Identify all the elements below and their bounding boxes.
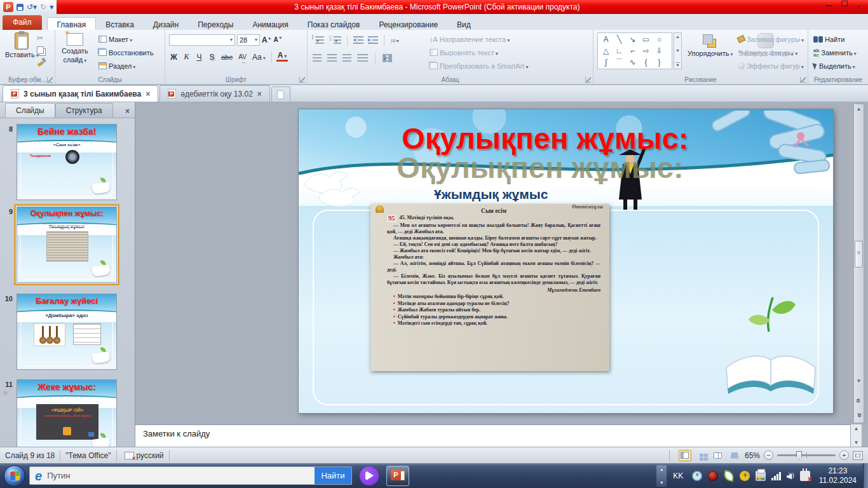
slide-thumbnail-9-selected[interactable]: Оқулықпен жұмыс: Ұжымдық жұмыс xyxy=(17,207,117,283)
start-button[interactable] xyxy=(4,465,25,487)
show-desktop-button[interactable] xyxy=(863,463,868,488)
file-tab[interactable]: Файл xyxy=(3,15,42,30)
shape-outline-button[interactable]: ✎Контур фигуры xyxy=(738,46,804,59)
find-button[interactable]: Найти xyxy=(813,32,857,46)
reset-button[interactable]: Восстановить xyxy=(98,46,153,59)
format-painter-icon[interactable] xyxy=(37,58,45,66)
close-tab-icon[interactable]: × xyxy=(146,90,150,98)
network-signal-icon[interactable] xyxy=(771,471,781,480)
bullets-button[interactable] xyxy=(315,36,324,44)
close-pane-icon[interactable]: × xyxy=(125,107,130,118)
shape-icon[interactable]: ⇨ xyxy=(639,46,653,57)
zoom-slider[interactable] xyxy=(777,454,836,456)
scroll-up-icon[interactable]: ▲ xyxy=(857,104,862,114)
font-size-combo[interactable]: 28 xyxy=(237,34,260,46)
normal-view-button[interactable] xyxy=(679,450,691,461)
scrollbar-thumb[interactable] xyxy=(855,241,863,268)
shape-icon[interactable]: ʃ xyxy=(599,57,613,68)
clipboard-dialog-launcher[interactable] xyxy=(47,77,53,83)
voice-assistant-icon[interactable] xyxy=(360,466,379,485)
shape-icon[interactable]: ⌒ xyxy=(613,57,626,68)
shape-icon[interactable]: ⇩ xyxy=(653,46,666,57)
restore-button[interactable] xyxy=(841,1,848,6)
leaf-icon[interactable] xyxy=(723,470,735,482)
next-slide-button[interactable]: « xyxy=(854,413,864,417)
search-find-button[interactable]: Найти xyxy=(315,466,351,485)
zoom-slider-thumb[interactable] xyxy=(796,451,802,459)
character-spacing-button[interactable]: AV xyxy=(237,53,248,60)
layout-button[interactable]: Макет xyxy=(98,32,153,46)
undo-icon[interactable]: ↺▾ xyxy=(27,3,37,11)
tray-overflow-buttons[interactable]: ▲▼ xyxy=(656,465,667,487)
power-plug-icon[interactable] xyxy=(800,471,810,481)
tab-outline[interactable]: Структура xyxy=(55,103,113,118)
zoom-in-button[interactable]: + xyxy=(839,451,849,460)
slide-canvas[interactable]: Оқулықпен жұмыс: Оқулықпен жұмыс: Ұжымды… xyxy=(299,109,833,413)
shape-icon[interactable]: △ xyxy=(599,46,613,57)
close-tab-icon[interactable]: × xyxy=(257,90,262,98)
slide-title[interactable]: Оқулықпен жұмыс: xyxy=(323,121,768,156)
shape-icon[interactable]: ↘ xyxy=(626,34,639,45)
zoom-out-button[interactable]: − xyxy=(764,451,773,460)
cut-icon[interactable]: ✂ xyxy=(37,34,45,43)
shape-icon[interactable]: A xyxy=(599,34,613,45)
antivirus-icon[interactable] xyxy=(740,471,750,481)
grow-font-button[interactable]: А▲ xyxy=(262,36,272,44)
shape-icon[interactable]: ○ xyxy=(653,34,666,45)
shape-icon[interactable]: } xyxy=(653,57,666,68)
taskbar-search[interactable]: e Найти xyxy=(29,466,352,485)
slide-sorter-button[interactable] xyxy=(695,450,708,461)
redo-icon[interactable]: ↻ xyxy=(40,3,46,11)
save-icon[interactable] xyxy=(17,4,24,11)
replace-button[interactable]: abасЗаменить xyxy=(813,46,857,59)
slide-thumbnail-11[interactable]: Жеке жұмыс: «ҰШҚЫР ОЙ» зияткерлік сайысы… xyxy=(17,379,117,447)
align-left-button[interactable] xyxy=(313,54,322,62)
document-tab[interactable]: әдебиеттік оқу 13.02 × xyxy=(159,85,270,102)
text-direction-button[interactable]: ↕AНаправление текста xyxy=(430,32,528,46)
powerpoint-taskbar-button[interactable] xyxy=(386,466,409,486)
font-color-button[interactable]: А xyxy=(276,52,288,62)
shape-icon[interactable]: ▭ xyxy=(639,34,653,45)
align-text-button[interactable]: Выровнять текст xyxy=(430,46,528,59)
search-input[interactable] xyxy=(47,471,315,480)
change-case-button[interactable]: Aa xyxy=(251,53,267,62)
zoom-level[interactable]: 65% xyxy=(745,451,760,460)
slide-thumbnail-10[interactable]: Бағалау жүйесі «Домбыра» әдісі xyxy=(17,294,117,370)
columns-button[interactable] xyxy=(383,54,392,62)
font-name-combo[interactable] xyxy=(169,34,235,46)
minimize-button[interactable] xyxy=(825,1,832,6)
new-slide-button[interactable]: Создать слайд xyxy=(62,33,88,65)
shape-icon[interactable]: { xyxy=(639,57,653,68)
previous-slide-button[interactable]: « xyxy=(854,398,864,403)
notes-scrollbar[interactable]: ▲▼ xyxy=(850,424,862,447)
tab-slides[interactable]: Слайды xyxy=(5,103,55,118)
italic-button[interactable]: К xyxy=(182,52,191,62)
customize-qat-icon[interactable]: ▾ xyxy=(50,3,53,11)
scroll-down-icon[interactable]: ▼ xyxy=(857,376,862,386)
shapes-scroll[interactable]: ▲▼▼ xyxy=(674,32,682,69)
language-indicator[interactable]: KK xyxy=(673,471,683,480)
shape-icon[interactable]: ∿ xyxy=(626,57,639,68)
smartart-button[interactable]: Преобразовать в SmartArt xyxy=(430,59,528,72)
bold-button[interactable]: Ж xyxy=(169,53,179,62)
taskbar-clock[interactable]: 21:2311.02.2024 xyxy=(819,466,857,485)
printer-icon[interactable] xyxy=(756,471,766,481)
shape-icon[interactable]: ∟ xyxy=(613,46,626,57)
paragraph-dialog-launcher[interactable] xyxy=(585,77,591,83)
decrease-indent-button[interactable] xyxy=(353,36,363,44)
theme-name[interactable]: "Тема Office" xyxy=(65,451,111,460)
slide-thumbnail-8[interactable]: Бейне жазба! «Сын есім» Тыңдалым xyxy=(17,124,117,200)
document-tab-active[interactable]: 3 сынып қазақ тілі Бакимбаева × xyxy=(3,85,158,102)
close-button[interactable]: × xyxy=(857,1,860,13)
powerpoint-app-icon[interactable]: P xyxy=(3,2,13,12)
drawing-dialog-launcher[interactable] xyxy=(800,77,806,83)
line-spacing-button[interactable]: ↕≡ xyxy=(390,37,398,44)
align-center-button[interactable] xyxy=(327,54,337,62)
select-button[interactable]: Выделить xyxy=(813,59,857,72)
safe-download-icon[interactable] xyxy=(692,471,702,481)
strikethrough-button[interactable]: abe xyxy=(220,53,234,61)
vertical-scrollbar[interactable]: ▲ ▼ « « xyxy=(853,104,864,423)
volume-icon[interactable]: ))) xyxy=(787,472,794,480)
slideshow-button[interactable] xyxy=(728,450,741,461)
shape-effects-button[interactable]: Эффекты фигур xyxy=(738,59,804,72)
